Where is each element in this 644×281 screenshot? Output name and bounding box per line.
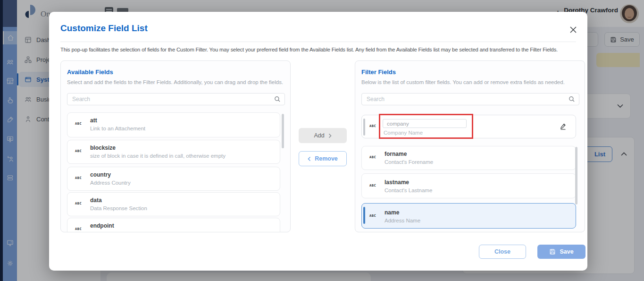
- field-description: Contact's Lastname: [385, 187, 432, 193]
- field-name: endpoint: [90, 222, 114, 229]
- remove-button[interactable]: Remove: [299, 151, 347, 166]
- text-type-icon: ABC: [369, 184, 376, 187]
- available-fields-list: ABC att Link to an Attachement ABC block…: [61, 110, 290, 232]
- text-type-icon: ABC: [369, 124, 376, 128]
- field-description: Data Response Section: [90, 205, 147, 211]
- edit-pencil-icon[interactable]: [559, 122, 567, 132]
- modal-save-button[interactable]: Save: [537, 245, 585, 259]
- search-icon[interactable]: [569, 96, 575, 104]
- field-description: size of block in case it is defined in c…: [90, 153, 226, 159]
- list-item[interactable]: ABC forname Contact's Forename: [361, 146, 576, 170]
- chevron-left-icon: [308, 156, 311, 162]
- filter-search-input[interactable]: [367, 94, 565, 105]
- title-divider: [60, 42, 576, 42]
- list-item-company-editing[interactable]: ABC Company Name: [361, 115, 576, 138]
- customize-field-list-modal: Customize Field List This pop-up facilit…: [49, 12, 587, 271]
- field-name: data: [90, 197, 102, 204]
- text-type-icon: ABC: [75, 176, 82, 180]
- list-item[interactable]: ABC data Data Response Section: [67, 192, 280, 216]
- text-type-icon: ABC: [369, 155, 376, 159]
- close-button-label: Close: [494, 248, 510, 255]
- filter-list-scrollbar[interactable]: [575, 147, 577, 204]
- field-name: country: [90, 171, 111, 178]
- modal-title: Customize Field List: [60, 23, 148, 34]
- search-icon[interactable]: [274, 96, 281, 104]
- save-button-label: Save: [560, 248, 573, 255]
- list-item[interactable]: ABC blocksize size of block in case it i…: [67, 140, 280, 164]
- field-description: Address Country: [90, 180, 131, 186]
- chevron-right-icon: [328, 133, 332, 138]
- list-item[interactable]: ABC lastname Contact's Lastname: [361, 173, 576, 198]
- available-fields-subtitle: Select and add the fields to the Filter …: [67, 79, 283, 85]
- field-name: blocksize: [90, 145, 116, 151]
- save-icon: [549, 248, 556, 255]
- text-type-icon: ABC: [369, 214, 376, 218]
- filter-fields-title: Filter Fields: [361, 68, 396, 76]
- field-name: forname: [385, 151, 407, 157]
- field-description: Link to an Attachement: [90, 126, 145, 131]
- available-list-scrollbar[interactable]: [282, 114, 284, 148]
- field-name: lastname: [385, 179, 409, 186]
- available-search-input[interactable]: [72, 94, 270, 105]
- text-type-icon: ABC: [75, 202, 82, 205]
- filter-fields-panel: Filter Fields Below is the list of custo…: [355, 60, 585, 232]
- app-root: One Dashboard Projects System Business C…: [0, 0, 644, 281]
- field-name: name: [385, 209, 399, 216]
- drag-handle[interactable]: [363, 119, 365, 136]
- list-item-selected[interactable]: ABC name Address Name: [361, 203, 576, 229]
- field-description: Address Name: [385, 218, 420, 223]
- text-type-icon: ABC: [75, 227, 82, 231]
- selected-accent-bar: [363, 207, 365, 224]
- text-type-icon: ABC: [75, 122, 82, 126]
- modal-description: This pop-up facilitates the selection of…: [60, 47, 558, 52]
- list-item[interactable]: ABC att Link to an Attachement: [67, 112, 280, 137]
- field-name: att: [90, 117, 97, 124]
- text-type-icon: ABC: [75, 149, 82, 153]
- modal-close-button[interactable]: Close: [479, 245, 526, 259]
- available-fields-panel: Available Fields Select and add the fiel…: [60, 60, 291, 232]
- list-item[interactable]: ABC endpoint: [67, 218, 280, 232]
- filter-fields-subtitle: Below is the list of custom filter field…: [361, 79, 565, 85]
- available-fields-title: Available Fields: [67, 68, 113, 76]
- field-description: Contact's Forename: [385, 159, 433, 165]
- available-search-box: [67, 93, 285, 105]
- list-item[interactable]: ABC country Address Country: [67, 167, 280, 191]
- remove-button-label: Remove: [315, 155, 338, 162]
- add-button[interactable]: Add: [299, 128, 347, 143]
- filter-search-box: [361, 93, 579, 105]
- annotation-highlight-box: [379, 114, 473, 139]
- filter-fields-list: ABC Company Name ABC forname Contact's F…: [355, 110, 585, 232]
- close-icon[interactable]: [569, 26, 577, 34]
- add-button-label: Add: [314, 132, 324, 139]
